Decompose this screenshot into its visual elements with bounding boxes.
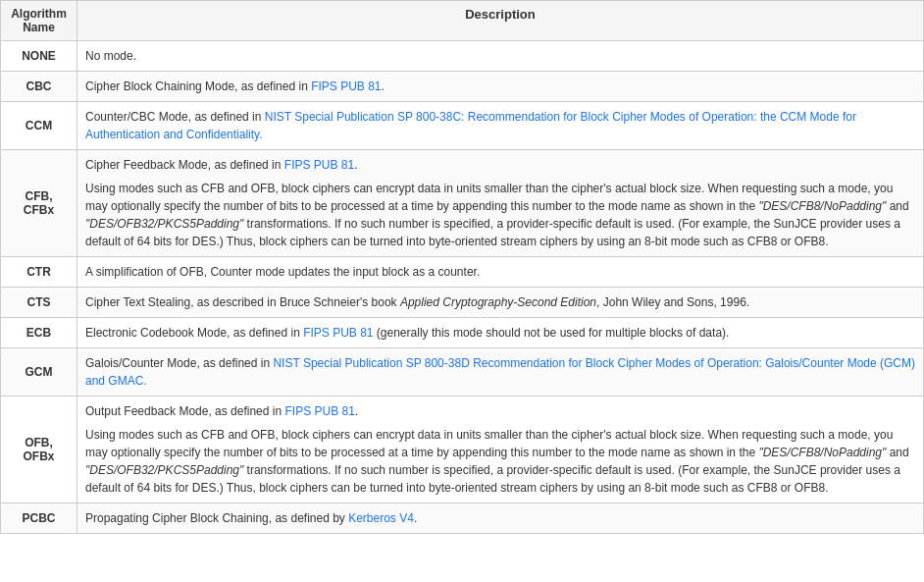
italic-text: "DES/OFB32/PKCS5Padding" xyxy=(85,463,243,477)
algorithm-name: OFB, OFBx xyxy=(1,397,77,503)
algorithm-name: CFB, CFBx xyxy=(1,150,77,257)
description-link[interactable]: FIPS PUB 81 xyxy=(311,79,381,93)
col-algorithm-header: Algorithm Name xyxy=(1,1,77,41)
italic-text: "DES/CFB8/NoPadding" xyxy=(758,446,886,459)
algorithm-description: Counter/CBC Mode, as defined in NIST Spe… xyxy=(77,102,924,150)
table-row: CTSCipher Text Stealing, as described in… xyxy=(1,288,924,318)
italic-text: Applied Cryptography-Second Edition xyxy=(400,295,596,309)
algorithm-name: ECB xyxy=(1,318,77,348)
description-link[interactable]: FIPS PUB 81 xyxy=(284,404,354,418)
algorithm-description: Cipher Text Stealing, as described in Br… xyxy=(77,288,924,318)
table-row: NONENo mode. xyxy=(1,41,924,72)
algorithm-table: Algorithm Name Description NONENo mode.C… xyxy=(0,0,924,534)
algorithm-name: CBC xyxy=(1,72,77,102)
algorithm-description: A simplification of OFB, Counter mode up… xyxy=(77,257,924,288)
algorithm-name: CCM xyxy=(1,102,77,150)
algorithm-description: Propagating Cipher Block Chaining, as de… xyxy=(77,503,924,534)
algorithm-description: Cipher Block Chaining Mode, as defined i… xyxy=(77,72,924,102)
description-link[interactable]: NIST Special Publication SP 800-38D Reco… xyxy=(85,356,915,388)
description-link[interactable]: FIPS PUB 81 xyxy=(303,326,373,340)
table-row: ECBElectronic Codebook Mode, as defined … xyxy=(1,318,924,348)
algorithm-description: No mode. xyxy=(77,41,924,72)
description-link[interactable]: NIST Special Publication SP 800-38C: Rec… xyxy=(85,110,856,141)
algorithm-name: PCBC xyxy=(1,503,77,534)
description-link[interactable]: Kerberos V4 xyxy=(348,511,414,525)
algorithm-name: GCM xyxy=(1,348,77,397)
description-link[interactable]: FIPS PUB 81 xyxy=(284,158,354,172)
table-row: CCMCounter/CBC Mode, as defined in NIST … xyxy=(1,102,924,150)
table-row: CTRA simplification of OFB, Counter mode… xyxy=(1,257,924,288)
col-description-header: Description xyxy=(77,1,924,41)
algorithm-description: Cipher Feedback Mode, as defined in FIPS… xyxy=(77,150,924,257)
italic-text: "DES/OFB32/PKCS5Padding" xyxy=(85,217,243,231)
table-row: GCMGalois/Counter Mode, as defined in NI… xyxy=(1,348,924,397)
table-row: CFB, CFBxCipher Feedback Mode, as define… xyxy=(1,150,924,257)
algorithm-description: Electronic Codebook Mode, as defined in … xyxy=(77,318,924,348)
algorithm-name: CTS xyxy=(1,288,77,318)
algorithm-description: Output Feedback Mode, as defined in FIPS… xyxy=(77,397,924,503)
algorithm-name: CTR xyxy=(1,257,77,288)
table-row: CBCCipher Block Chaining Mode, as define… xyxy=(1,72,924,102)
table-row: PCBCPropagating Cipher Block Chaining, a… xyxy=(1,503,924,534)
algorithm-description: Galois/Counter Mode, as defined in NIST … xyxy=(77,348,924,397)
algorithm-name: NONE xyxy=(1,41,77,72)
italic-text: "DES/CFB8/NoPadding" xyxy=(758,199,886,213)
table-row: OFB, OFBxOutput Feedback Mode, as define… xyxy=(1,397,924,503)
